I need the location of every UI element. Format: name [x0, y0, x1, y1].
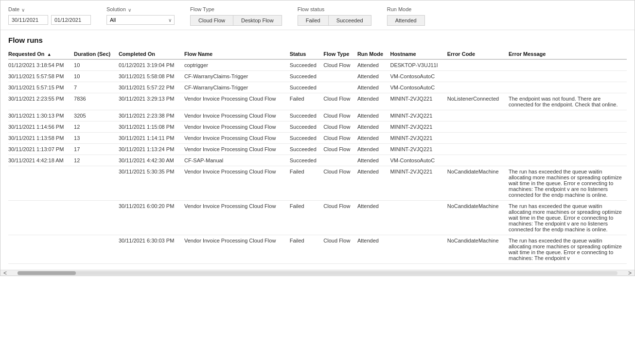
cell-duration: 17 — [74, 144, 119, 155]
date-end-input[interactable] — [51, 15, 91, 25]
cell-flow_name: Vendor Invoice Processing Cloud Flow — [184, 93, 290, 110]
scrollbar-thumb[interactable] — [18, 271, 76, 275]
cell-flow_type — [323, 71, 357, 82]
cell-hostname: DESKTOP-V3UJ11I — [390, 59, 447, 71]
solution-select-wrapper: All — [106, 15, 175, 25]
cell-duration: 13 — [74, 133, 119, 144]
cell-status: Failed — [290, 93, 324, 110]
cell-requested_on: 30/11/2021 1:13:07 PM — [8, 144, 74, 155]
flow-status-toggle-group: Failed Succeeded — [298, 15, 371, 26]
cell-flow_name: Vendor Invoice Processing Cloud Flow — [184, 121, 290, 133]
cell-hostname — [390, 201, 447, 235]
table-row: 30/11/2021 1:14:56 PM1230/11/2021 1:15:0… — [8, 121, 627, 133]
table-row: 30/11/2021 1:13:07 PM1730/11/2021 1:13:2… — [8, 144, 627, 155]
cell-run_mode: Attended — [357, 59, 390, 71]
cell-completed_on: 30/11/2021 1:15:08 PM — [119, 121, 184, 133]
cell-status: Succeeded — [290, 59, 324, 71]
cell-flow_type: Cloud Flow — [323, 133, 357, 144]
flow-status-filter-group: Flow status Failed Succeeded — [298, 6, 371, 26]
cell-duration: 3205 — [74, 110, 119, 121]
cell-flow_name: CF-WarranyClaims-Trigger — [184, 71, 290, 82]
flow-status-failed-btn[interactable]: Failed — [298, 15, 329, 26]
cell-requested_on: 01/12/2021 3:18:54 PM — [8, 59, 74, 71]
cell-duration: 10 — [74, 59, 119, 71]
solution-select[interactable]: All — [106, 15, 175, 25]
cell-hostname: VM-ContosoAutoC — [390, 155, 447, 166]
solution-label: Solution — [106, 6, 126, 12]
cell-error_message: The run has exceeded the queue waitin al… — [509, 235, 627, 264]
cell-error_message — [509, 133, 627, 144]
cell-flow_type — [323, 155, 357, 166]
table-row: 30/11/2021 2:23:55 PM783630/11/2021 3:29… — [8, 93, 627, 110]
sort-arrow-icon: ▲ — [47, 52, 52, 57]
cell-completed_on: 30/11/2021 2:23:38 PM — [119, 110, 184, 121]
cell-flow_name: Vendor Invoice Processing Cloud Flow — [184, 144, 290, 155]
cell-flow_type: Cloud Flow — [323, 235, 357, 264]
bottom-scrollbar: < > — [0, 270, 635, 276]
cell-run_mode: Attended — [357, 110, 390, 121]
table-row: 30/11/2021 6:30:03 PMVendor Invoice Proc… — [8, 235, 627, 264]
flow-status-succeeded-btn[interactable]: Succeeded — [329, 15, 371, 26]
cell-completed_on: 30/11/2021 6:00:20 PM — [119, 201, 184, 235]
date-start-input[interactable] — [8, 15, 48, 25]
solution-chevron-icon: ∨ — [128, 7, 131, 13]
cell-flow_name: Vendor Invoice Processing Cloud Flow — [184, 201, 290, 235]
col-run-mode: Run Mode — [357, 49, 390, 59]
cell-flow_name: Vendor Invoice Processing Cloud Flow — [184, 166, 290, 201]
cell-flow_type: Cloud Flow — [323, 121, 357, 133]
cell-status: Failed — [290, 166, 324, 201]
col-flow-type: Flow Type — [323, 49, 357, 59]
flow-type-cloud-btn[interactable]: Cloud Flow — [190, 15, 233, 26]
flow-type-desktop-btn[interactable]: Desktop Flow — [233, 15, 282, 26]
cell-error_code: NoCandidateMachine — [447, 201, 509, 235]
cell-error_message — [509, 144, 627, 155]
cell-hostname: MININT-2VJQ221 — [390, 144, 447, 155]
cell-completed_on: 30/11/2021 5:57:22 PM — [119, 82, 184, 93]
col-requested-on[interactable]: Requested On ▲ — [8, 49, 74, 59]
cell-run_mode: Attended — [357, 93, 390, 110]
table-row: 30/11/2021 5:30:35 PMVendor Invoice Proc… — [8, 166, 627, 201]
cell-completed_on: 30/11/2021 1:13:24 PM — [119, 144, 184, 155]
cell-flow_type: Cloud Flow — [323, 201, 357, 235]
scrollbar-track — [18, 271, 617, 275]
cell-requested_on — [8, 201, 74, 235]
cell-hostname: MININT-2VJQ221 — [390, 110, 447, 121]
cell-status: Succeeded — [290, 121, 324, 133]
cell-flow_name: coptrigger — [184, 59, 290, 71]
cell-error_code: NoCandidateMachine — [447, 235, 509, 264]
col-status: Status — [290, 49, 324, 59]
cell-requested_on: 30/11/2021 5:57:15 PM — [8, 82, 74, 93]
table-row: 30/11/2021 5:57:15 PM730/11/2021 5:57:22… — [8, 82, 627, 93]
cell-run_mode: Attended — [357, 71, 390, 82]
flow-table: Requested On ▲ Duration (Sec) Completed … — [8, 49, 627, 264]
col-hostname: Hostname — [390, 49, 447, 59]
table-row: 30/11/2021 6:00:20 PMVendor Invoice Proc… — [8, 201, 627, 235]
cell-status: Succeeded — [290, 71, 324, 82]
cell-requested_on: 30/11/2021 4:42:18 AM — [8, 155, 74, 166]
run-mode-toggle-group: Attended — [387, 15, 425, 26]
run-mode-attended-btn[interactable]: Attended — [387, 15, 425, 26]
cell-flow_type: Cloud Flow — [323, 166, 357, 201]
cell-duration: 10 — [74, 71, 119, 82]
cell-flow_name: CF-SAP-Manual — [184, 155, 290, 166]
cell-hostname: MININT-2VJQ221 — [390, 121, 447, 133]
cell-status: Failed — [290, 201, 324, 235]
scroll-left-btn[interactable]: < — [0, 270, 10, 277]
cell-error_message — [509, 155, 627, 166]
cell-requested_on — [8, 166, 74, 201]
table-row: 01/12/2021 3:18:54 PM1001/12/2021 3:19:0… — [8, 59, 627, 71]
table-header-row: Requested On ▲ Duration (Sec) Completed … — [8, 49, 627, 59]
cell-error_message — [509, 110, 627, 121]
cell-run_mode: Attended — [357, 155, 390, 166]
filter-bar: Date ∨ Solution ∨ All — [0, 0, 635, 30]
cell-error_code — [447, 155, 509, 166]
scroll-right-btn[interactable]: > — [625, 270, 635, 277]
cell-flow_name: CF-WarranyClaims-Trigger — [184, 82, 290, 93]
section-title: Flow runs — [8, 36, 627, 44]
cell-hostname: MININT-2VJQ221 — [390, 93, 447, 110]
cell-hostname: MININT-2VJQ221 — [390, 133, 447, 144]
table-row: 30/11/2021 1:30:13 PM320530/11/2021 2:23… — [8, 110, 627, 121]
cell-completed_on: 30/11/2021 5:58:08 PM — [119, 71, 184, 82]
cell-error_code: NoCandidateMachine — [447, 166, 509, 201]
cell-run_mode: Attended — [357, 144, 390, 155]
